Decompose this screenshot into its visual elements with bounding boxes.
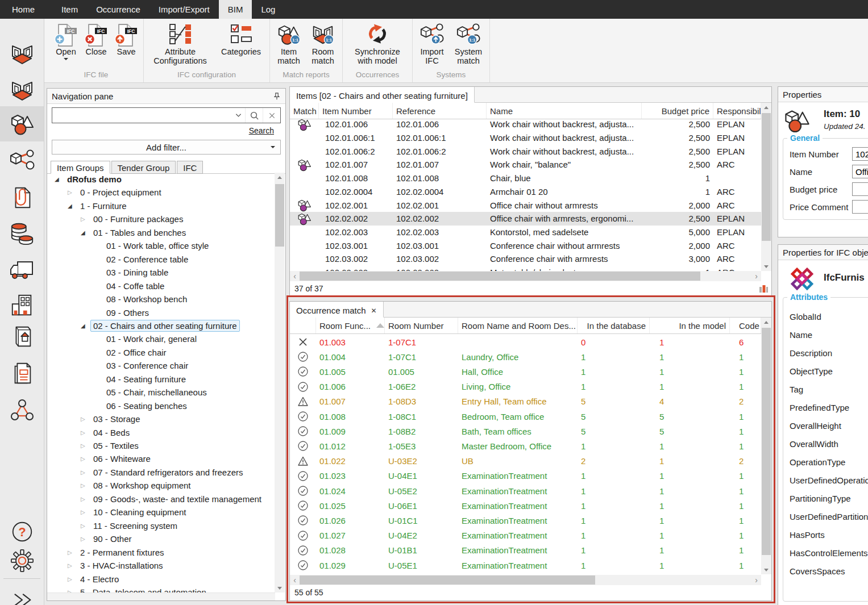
menu-item[interactable]: Item bbox=[52, 0, 87, 19]
field-input-item-number[interactable] bbox=[852, 147, 868, 161]
item-row[interactable]: 102.02.001102.02.001Office chair without… bbox=[290, 198, 761, 212]
occurrence-row[interactable]: 01.027U-04E2ExaminationTreatment111 bbox=[290, 528, 761, 543]
items-vscrollbar[interactable] bbox=[761, 103, 771, 271]
tree-item[interactable]: ◢02 - Chairs and other seating furniture bbox=[81, 319, 240, 332]
expand-icon[interactable]: ▷ bbox=[68, 549, 77, 556]
tree-item[interactable]: ▷2 - Permanent fixtures bbox=[68, 546, 167, 559]
tree-hscroll-strip[interactable] bbox=[47, 593, 275, 600]
occurrence-hscrollbar-thumb[interactable] bbox=[300, 575, 595, 585]
expand-icon[interactable]: ▷ bbox=[68, 562, 77, 569]
tab-item-groups[interactable]: Item Groups bbox=[51, 161, 110, 174]
tree-item[interactable]: 02 - Conference table bbox=[94, 253, 191, 266]
occurrence-row[interactable]: 01.026U-01C1ExaminationTreatment111 bbox=[290, 513, 761, 528]
item-row[interactable]: 102.01.006:2102.01.006:2Work chair witho… bbox=[290, 144, 761, 158]
occurrence-column-header-in-the-model[interactable]: In the model bbox=[656, 318, 730, 333]
occurrence-row[interactable]: 01.0041-07C1Laundry, Office111 bbox=[290, 349, 761, 364]
tab-tender-group[interactable]: Tender Group bbox=[111, 161, 176, 174]
search-dropdown-chevron-icon[interactable] bbox=[231, 108, 245, 123]
sidebar-item-finance[interactable] bbox=[0, 216, 44, 251]
occurrence-row[interactable]: 01.00501.005Hall, Office111 bbox=[290, 364, 761, 379]
collapse-icon[interactable]: ◢ bbox=[81, 230, 90, 236]
tree-item[interactable]: ▷09 - Goods-, waste- and textile managem… bbox=[81, 493, 264, 506]
items-column-header-responsibil[interactable]: Responsibil bbox=[713, 103, 761, 119]
ifc-attribute-predefinedtype[interactable]: PredefinedType bbox=[790, 403, 849, 412]
field-input-price-comment[interactable] bbox=[852, 200, 868, 214]
tree-item[interactable]: ◢dRofus demo bbox=[55, 173, 124, 186]
occurrence-column-header-room-name-and-room-des[interactable]: Room Name and Room Des... bbox=[458, 318, 578, 333]
clear-search-icon[interactable] bbox=[263, 108, 280, 123]
search-icon[interactable] bbox=[245, 108, 263, 123]
items-column-header-reference[interactable]: Reference bbox=[393, 103, 487, 119]
system-match-button[interactable]: 1:1System match bbox=[450, 22, 487, 66]
item-row[interactable]: 102.01.006:1102.01.006:1Work chair witho… bbox=[290, 131, 761, 145]
tree-item[interactable]: 01 - Work chair, general bbox=[94, 332, 200, 345]
occurrence-row[interactable]: 01.0121-05E3Master Bedroom, Office111 bbox=[290, 439, 761, 453]
sidebar-item-logistics[interactable] bbox=[0, 252, 44, 287]
expand-icon[interactable]: ▷ bbox=[81, 496, 90, 502]
ifc-attribute-description[interactable]: Description bbox=[790, 348, 832, 358]
close-button[interactable]: IFC Close bbox=[82, 22, 110, 57]
expand-icon[interactable]: ▷ bbox=[81, 416, 90, 422]
items-column-header-item-number[interactable]: Item Number bbox=[319, 103, 393, 119]
occurrence-hscrollbar[interactable]: ‹ › bbox=[290, 575, 761, 585]
occurrence-column-header-code[interactable]: Code bbox=[736, 318, 761, 333]
occurrence-row[interactable]: 01.0081-08C1Bedroom, Team office551 bbox=[290, 409, 761, 424]
occurrence-row[interactable]: 01.025U-06E1ExaminationTreatment111 bbox=[290, 498, 761, 513]
ifc-attribute-coversspaces[interactable]: CoversSpaces bbox=[790, 566, 845, 576]
tree-item[interactable]: 08 - Workshop bench bbox=[94, 293, 190, 306]
ifc-attribute-name[interactable]: Name bbox=[790, 330, 812, 340]
tree-item[interactable]: 06 - Seating benches bbox=[94, 399, 190, 412]
tree-item[interactable]: ▷11 - Screening system bbox=[81, 519, 180, 532]
menu-bim[interactable]: BIM bbox=[219, 0, 252, 19]
expand-icon[interactable]: ▷ bbox=[81, 482, 90, 489]
expand-icon[interactable]: ▷ bbox=[81, 523, 90, 529]
sidebar-item-expand[interactable] bbox=[0, 582, 44, 605]
collapse-icon[interactable]: ◢ bbox=[81, 323, 90, 329]
item-row[interactable]: 102.02.002102.02.002Office chair with ar… bbox=[290, 212, 761, 226]
add-filter-button[interactable]: Add filter... bbox=[52, 140, 281, 155]
pin-icon[interactable] bbox=[273, 92, 281, 101]
synchronize-with-model-button[interactable]: Synchronize with model bbox=[346, 22, 409, 66]
tree-item[interactable]: 01 - Work table, office style bbox=[94, 239, 211, 252]
item-row[interactable]: 102.01.008102.01.008Chair, blue1 bbox=[290, 172, 761, 185]
sidebar-item-rooms-functions[interactable] bbox=[0, 73, 44, 109]
sidebar-item-items[interactable] bbox=[0, 106, 44, 141]
occurrence-column-header-status[interactable] bbox=[290, 318, 316, 333]
item-row[interactable]: 102.02.0004102.02.0004Armchair 01 201ARC bbox=[290, 185, 761, 199]
tab-items[interactable]: Items [02 - Chairs and other seating fur… bbox=[290, 87, 475, 103]
tree-item[interactable]: ▷3 - HVAC-installations bbox=[68, 559, 166, 572]
sidebar-item-rooms[interactable] bbox=[0, 37, 44, 72]
item-row[interactable]: 102.02.003102.02.003Kontorstol, med sade… bbox=[290, 226, 761, 239]
menu-import-export[interactable]: Import/Export bbox=[149, 0, 219, 19]
tree-item[interactable]: ▷0 - Project equipment bbox=[68, 186, 164, 199]
tree-item[interactable]: ◢01 - Tables and benches bbox=[81, 226, 189, 239]
tree-item[interactable]: 09 - Others bbox=[94, 306, 152, 319]
tree-scrollbar-thumb[interactable] bbox=[275, 184, 284, 247]
items-column-header-match[interactable]: Match bbox=[290, 103, 319, 119]
menu-occurrence[interactable]: Occurrence bbox=[87, 0, 149, 19]
tab-ifc[interactable]: IFC bbox=[177, 161, 203, 174]
occurrence-row[interactable]: 01.0071-08D3Entry Hall, Team office542 bbox=[290, 394, 761, 409]
sidebar-item-systems[interactable] bbox=[0, 143, 44, 178]
tree-item[interactable]: ▷10 - Cleaning equipment bbox=[81, 506, 189, 519]
expand-icon[interactable]: ▷ bbox=[68, 189, 77, 195]
item-row[interactable]: 102.03.003102.03.003Motor table/chair, e… bbox=[290, 266, 761, 271]
items-hscrollbar[interactable]: ‹ › bbox=[290, 271, 761, 281]
items-column-header-name[interactable]: Name bbox=[487, 103, 642, 119]
sidebar-item-settings[interactable] bbox=[0, 543, 44, 578]
tree-item[interactable]: 05 - Chair, mischellaneous bbox=[94, 386, 210, 399]
expand-icon[interactable]: ▷ bbox=[81, 536, 90, 542]
items-column-header-budget-price[interactable]: Budget price bbox=[642, 103, 713, 119]
tree-item[interactable]: ▷90 - Other bbox=[81, 532, 135, 545]
tree-item[interactable]: ◢1 - Furniture bbox=[68, 199, 130, 212]
search-input[interactable] bbox=[52, 109, 231, 122]
ifc-attribute-hascontrolelements[interactable]: HasControlElements bbox=[790, 548, 868, 558]
close-tab-icon[interactable]: ✕ bbox=[371, 307, 377, 314]
tree-item[interactable]: ▷4 - Electro bbox=[68, 573, 122, 586]
expand-icon[interactable]: ▷ bbox=[81, 456, 90, 462]
occurrence-row[interactable]: 01.028U-01B1ExaminationTreatment111 bbox=[290, 543, 761, 558]
tree-item[interactable]: ▷03 - Storage bbox=[81, 412, 143, 425]
item-row[interactable]: 102.01.007102.01.007Work chair, "balance… bbox=[290, 158, 761, 172]
save-button[interactable]: IFC Save bbox=[112, 22, 140, 57]
expand-icon[interactable]: ▷ bbox=[68, 576, 77, 582]
